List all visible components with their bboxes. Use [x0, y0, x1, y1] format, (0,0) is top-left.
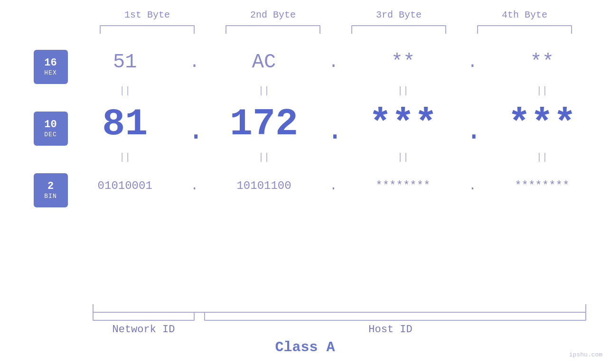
hex-val-4: **: [490, 51, 594, 74]
bottom-labels: Network ID Host ID: [0, 324, 610, 336]
bracket-byte-2: [225, 25, 320, 34]
bin-badge-label: BIN: [44, 193, 56, 200]
hex-row: 51 . AC . ** . **: [68, 43, 600, 81]
bin-val-4: ********: [490, 179, 594, 192]
data-section: 51 . AC . ** . ** || || || || 81: [68, 43, 600, 209]
main-container: 1st Byte 2nd Byte 3rd Byte 4th Byte 16 H…: [0, 0, 610, 364]
eq-sym-5: ||: [73, 152, 177, 163]
bin-dot-2: .: [326, 178, 340, 193]
dec-dot-3: .: [465, 103, 479, 145]
bin-val-1: 01010001: [73, 179, 177, 192]
hex-badge: 16 HEX: [34, 50, 68, 84]
hex-val-3: **: [351, 51, 455, 74]
header-byte-4: 4th Byte: [472, 9, 577, 20]
watermark: ipshu.com: [569, 351, 602, 358]
eq-row-1: || || || ||: [68, 81, 600, 100]
bracket-byte-1: [100, 25, 195, 34]
hex-dot-2: .: [326, 53, 340, 72]
bin-badge: 2 BIN: [34, 173, 68, 207]
class-label: Class A: [275, 339, 335, 355]
bin-row: 01010001 . 10101100 . ******** . *******…: [68, 167, 600, 205]
bin-badge-num: 2: [47, 181, 54, 192]
byte-headers: 1st Byte 2nd Byte 3rd Byte 4th Byte: [84, 9, 588, 20]
header-byte-3: 3rd Byte: [347, 9, 451, 20]
rows-wrapper: 16 HEX 10 DEC 2 BIN: [11, 43, 600, 209]
big-bottom-bracket: [93, 304, 586, 313]
bottom-brackets: [0, 312, 610, 321]
header-byte-1: 1st Byte: [95, 9, 199, 20]
eq-sym-7: ||: [351, 152, 455, 163]
host-bracket: [204, 312, 586, 321]
bin-dot-1: .: [188, 178, 202, 193]
hex-badge-num: 16: [44, 57, 56, 69]
top-brackets: [84, 25, 588, 34]
eq-spacer-1: [34, 86, 68, 105]
bottom-section: Network ID Host ID: [0, 312, 610, 336]
badges-column: 16 HEX 10 DEC 2 BIN: [11, 43, 68, 209]
header-byte-2: 2nd Byte: [221, 9, 325, 20]
hex-val-2: AC: [212, 51, 316, 74]
bin-dot-3: .: [465, 178, 479, 193]
eq-sym-8: ||: [490, 152, 594, 163]
bracket-byte-3: [351, 25, 446, 34]
host-id-label: Host ID: [195, 324, 586, 336]
class-row: Class A: [0, 339, 610, 355]
eq-sym-6: ||: [212, 152, 316, 163]
bin-val-3: ********: [351, 179, 455, 192]
dec-val-1: 81: [73, 103, 177, 146]
dec-badge-label: DEC: [44, 131, 56, 138]
dec-dot-2: .: [326, 103, 340, 145]
hex-val-1: 51: [73, 51, 177, 74]
eq-row-2: || || || ||: [68, 148, 600, 167]
hex-dot-1: .: [188, 53, 202, 72]
dec-row: 81 . 172 . *** . ***: [68, 100, 600, 148]
dec-badge-num: 10: [44, 119, 56, 131]
bracket-byte-4: [477, 25, 572, 34]
hex-badge-label: HEX: [44, 69, 56, 76]
dec-dot-1: .: [188, 103, 202, 145]
network-id-label: Network ID: [93, 324, 195, 336]
bin-val-2: 10101100: [212, 179, 316, 192]
network-bracket: [93, 312, 195, 321]
eq-sym-3: ||: [351, 85, 455, 96]
dec-badge: 10 DEC: [34, 112, 68, 146]
eq-spacer-2: [34, 152, 68, 171]
hex-badge-wrapper: 16 HEX: [34, 48, 68, 86]
bin-badge-wrapper: 2 BIN: [34, 171, 68, 209]
eq-sym-2: ||: [212, 85, 316, 96]
dec-val-4: ***: [490, 103, 594, 146]
dec-val-3: ***: [351, 103, 455, 146]
eq-sym-4: ||: [490, 85, 594, 96]
dec-val-2: 172: [212, 103, 316, 146]
eq-sym-1: ||: [73, 85, 177, 96]
hex-dot-3: .: [465, 53, 479, 72]
dec-badge-wrapper: 10 DEC: [34, 105, 68, 152]
